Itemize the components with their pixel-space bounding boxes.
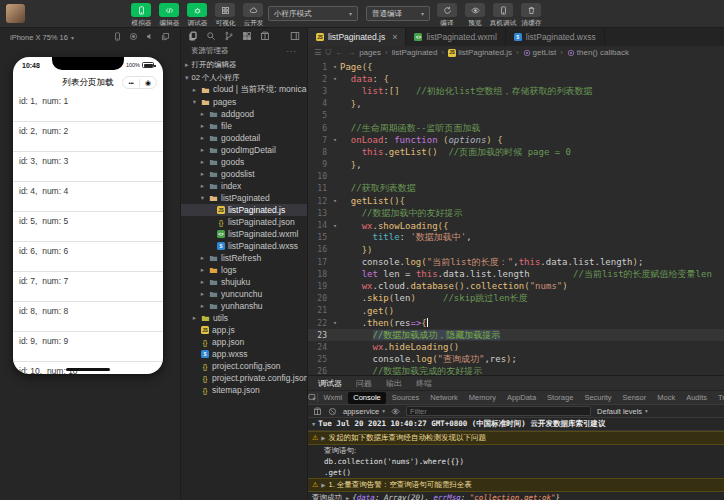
breadcrumb-item[interactable]: pages xyxy=(359,48,381,57)
explorer-more-button[interactable]: ··· xyxy=(287,47,298,56)
panel-tab-终端[interactable]: 终端 xyxy=(410,378,438,389)
console-warning-row[interactable]: ⚠▶发起的如下数据库查询经自动检测发现以下问题 xyxy=(308,431,724,445)
record-icon[interactable] xyxy=(129,32,138,43)
tree-item[interactable]: {}project.config.json xyxy=(181,360,307,372)
toolbar-button-compile[interactable]: 编译 xyxy=(434,1,460,28)
tree-item[interactable]: ▸gooddetail xyxy=(181,132,307,144)
breadcrumb-item[interactable]: listPaginated xyxy=(392,48,438,57)
code-editor[interactable]: 1▾Page({2▾ data: {3 list:[] //初始化list空数组… xyxy=(308,59,724,375)
bookmark-icon[interactable]: ⛉ xyxy=(325,48,331,58)
code-line[interactable]: 19 wx.cloud.database().collection("nums"… xyxy=(308,280,724,292)
list-item[interactable]: id: 4, num: 4 xyxy=(13,182,163,212)
code-line[interactable]: 11 //获取列表数据 xyxy=(308,183,724,195)
code-line[interactable]: 5 xyxy=(308,110,724,122)
code-line[interactable]: 4 }, xyxy=(308,98,724,110)
code-line[interactable]: 13 //数据加载中的友好提示 xyxy=(308,207,724,219)
list-item[interactable]: id: 5, num: 5 xyxy=(13,212,163,242)
list-item[interactable]: id: 7, num: 7 xyxy=(13,272,163,302)
exit-button[interactable]: ◉ xyxy=(140,79,156,87)
devtools-tab-appdata[interactable]: AppData xyxy=(501,392,541,404)
code-line[interactable]: 18 let len = this.data.list.length //当前l… xyxy=(308,268,724,280)
tree-item[interactable]: JSapp.js xyxy=(181,324,307,336)
code-line[interactable]: 12▾ getList(){ xyxy=(308,195,724,207)
list-item[interactable]: id: 3, num: 3 xyxy=(13,152,163,182)
clear-console-icon[interactable] xyxy=(328,407,337,416)
expand-arrow-icon[interactable]: ▼ xyxy=(312,420,315,429)
code-line[interactable]: 25 console.log("查询成功",res); xyxy=(308,354,724,366)
tree-item[interactable]: ▸utils xyxy=(181,312,307,324)
list-item[interactable]: id: 1, num: 1 xyxy=(13,92,163,122)
devtools-tab-mock[interactable]: Mock xyxy=(652,392,681,404)
panel-tab-调试器[interactable]: 调试器 xyxy=(312,378,348,389)
branch-icon[interactable] xyxy=(224,28,234,45)
panel-tab-问题[interactable]: 问题 xyxy=(350,378,378,389)
tree-item[interactable]: {}listPaginated.json xyxy=(181,216,307,228)
compile-mode-select[interactable]: 普通编译 ▾ xyxy=(366,6,430,21)
devtools-tab-sources[interactable]: Sources xyxy=(386,392,425,404)
mode-select[interactable]: 小程序模式 ▾ xyxy=(268,6,358,21)
code-line[interactable]: 16 }) xyxy=(308,244,724,256)
expand-arrow-icon[interactable]: ▶ xyxy=(346,494,349,500)
code-line[interactable]: 14▾ wx.showLoading({ xyxy=(308,219,724,231)
open-editors-section[interactable]: ▸ 打开的编辑器 xyxy=(181,58,307,71)
eye-icon[interactable] xyxy=(391,407,400,416)
code-line[interactable]: 10 xyxy=(308,171,724,183)
tree-item[interactable]: {}sitemap.json xyxy=(181,384,307,396)
tree-item[interactable]: ▸yuncunchu xyxy=(181,288,307,300)
code-line[interactable]: 24 wx.hideLoading() xyxy=(308,341,724,353)
expand-arrow-icon[interactable]: ▶ xyxy=(321,434,325,443)
tree-item[interactable]: ▸goods xyxy=(181,156,307,168)
code-line[interactable]: 7▾ onLoad: function (options) { xyxy=(308,134,724,146)
toolbar-button-bug[interactable]: 调试器 xyxy=(184,1,210,28)
tree-item[interactable]: ▸cloud | 当前环境: monica xyxy=(181,84,307,96)
tab-listPaginated.js[interactable]: JSlistPaginated.js× xyxy=(308,28,406,46)
fold-icon[interactable]: ▾ xyxy=(330,63,340,71)
toolbar-button-editor[interactable]: 编辑器 xyxy=(156,1,182,28)
toolbar-button-trash[interactable]: 清缓存 xyxy=(518,1,544,28)
tree-item[interactable]: ▸yunhanshu xyxy=(181,300,307,312)
code-line[interactable]: 21 .get() xyxy=(308,305,724,317)
fold-icon[interactable]: ▾ xyxy=(330,319,340,327)
tree-item[interactable]: ▾listPaginated xyxy=(181,192,307,204)
fold-icon[interactable]: ▾ xyxy=(330,222,340,230)
fold-icon[interactable]: ▾ xyxy=(330,197,340,205)
windows-icon[interactable] xyxy=(161,32,170,43)
tree-item[interactable]: ▸goodslist xyxy=(181,168,307,180)
toolbar-button-cloud[interactable]: 云开发 xyxy=(240,1,266,28)
menu-icon[interactable]: ☰ xyxy=(314,48,321,57)
tree-item[interactable]: ▸addgood xyxy=(181,108,307,120)
project-section[interactable]: ▾ 02 个人小程序 xyxy=(181,71,307,84)
search-icon[interactable] xyxy=(206,28,216,45)
tree-item[interactable]: {}app.json xyxy=(181,336,307,348)
toolbar-button-eye[interactable]: 预览 xyxy=(462,1,488,28)
filter-input[interactable] xyxy=(406,406,591,416)
devtools-tab-trace[interactable]: Trace xyxy=(713,392,724,404)
code-line[interactable]: 15 title: '数据加载中', xyxy=(308,232,724,244)
fold-icon[interactable]: ▾ xyxy=(330,75,340,83)
devtools-tab-audits[interactable]: Audits xyxy=(681,392,713,404)
devtools-tab-storage[interactable]: Storage xyxy=(542,392,579,404)
tree-item[interactable]: {}project.private.config.json xyxy=(181,372,307,384)
log-levels-select[interactable]: Default levels ▾ xyxy=(597,407,648,416)
tree-item[interactable]: SlistPaginated.wxss xyxy=(181,240,307,252)
files-icon[interactable] xyxy=(188,28,198,45)
extensions-icon[interactable] xyxy=(242,28,252,45)
toolbar-button-device[interactable]: 真机调试 xyxy=(490,1,516,28)
sound-icon[interactable] xyxy=(145,32,154,43)
console-result-row[interactable]: 查询成功▶{data: Array(20), errMsg: "collecti… xyxy=(308,492,724,500)
device-icon[interactable] xyxy=(113,32,122,43)
tree-item[interactable]: JSlistPaginated.js xyxy=(181,204,307,216)
toolbar-button-grid[interactable]: 可视化 xyxy=(212,1,238,28)
breadcrumb-item[interactable]: then() callback xyxy=(567,48,629,57)
tab-listPaginated.wxss[interactable]: SlistPaginated.wxss xyxy=(506,28,605,46)
tree-item[interactable]: ▸file xyxy=(181,120,307,132)
code-line[interactable]: 26 //数据加载完成的友好提示 xyxy=(308,366,724,375)
code-line[interactable]: 2▾ data: { xyxy=(308,73,724,85)
expand-arrow-icon[interactable]: ▶ xyxy=(321,481,325,490)
more-button[interactable]: ••• xyxy=(123,80,139,86)
tab-listPaginated.wxml[interactable]: <>listPaginated.wxml xyxy=(406,28,505,46)
close-icon[interactable]: × xyxy=(392,32,397,42)
arrow-left-icon[interactable]: ← xyxy=(335,48,343,57)
execution-context-icon[interactable] xyxy=(313,407,322,416)
code-line[interactable]: 17 console.log("当前list的长度：",this.data.li… xyxy=(308,256,724,268)
